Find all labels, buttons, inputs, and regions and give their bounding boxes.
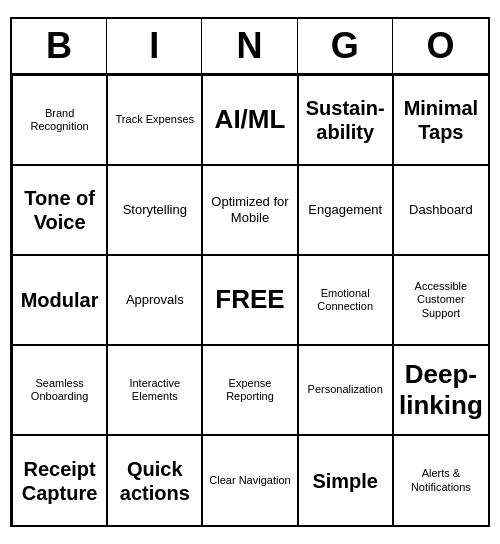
- bingo-cell-22: Clear Navigation: [202, 435, 297, 525]
- cell-text-21: Quick actions: [112, 457, 197, 505]
- header-letter-n: N: [202, 19, 297, 73]
- cell-text-4: Minimal Taps: [398, 96, 484, 144]
- cell-text-14: Accessible Customer Support: [398, 280, 484, 320]
- cell-text-11: Approvals: [126, 292, 184, 308]
- cell-text-18: Personalization: [308, 383, 383, 396]
- cell-text-10: Modular: [21, 288, 99, 312]
- cell-text-15: Seamless Onboarding: [17, 377, 102, 403]
- cell-text-7: Optimized for Mobile: [207, 194, 292, 225]
- cell-text-17: Expense Reporting: [207, 377, 292, 403]
- header-letter-o: O: [393, 19, 488, 73]
- bingo-cell-7: Optimized for Mobile: [202, 165, 297, 255]
- bingo-cell-20: Receipt Capture: [12, 435, 107, 525]
- bingo-cell-23: Simple: [298, 435, 393, 525]
- cell-text-24: Alerts & Notifications: [398, 467, 484, 493]
- bingo-cell-2: AI/ML: [202, 75, 297, 165]
- cell-text-22: Clear Navigation: [209, 474, 290, 487]
- bingo-header: BINGO: [12, 19, 488, 75]
- cell-text-3: Sustain-ability: [303, 96, 388, 144]
- bingo-cell-5: Tone of Voice: [12, 165, 107, 255]
- cell-text-2: AI/ML: [215, 104, 286, 135]
- cell-text-23: Simple: [312, 469, 378, 493]
- bingo-cell-4: Minimal Taps: [393, 75, 488, 165]
- bingo-cell-9: Dashboard: [393, 165, 488, 255]
- bingo-cell-8: Engagement: [298, 165, 393, 255]
- bingo-cell-17: Expense Reporting: [202, 345, 297, 435]
- bingo-cell-11: Approvals: [107, 255, 202, 345]
- cell-text-13: Emotional Connection: [303, 287, 388, 313]
- header-letter-b: B: [12, 19, 107, 73]
- bingo-cell-19: Deep-linking: [393, 345, 488, 435]
- bingo-cell-13: Emotional Connection: [298, 255, 393, 345]
- bingo-cell-15: Seamless Onboarding: [12, 345, 107, 435]
- header-letter-g: G: [298, 19, 393, 73]
- cell-text-0: Brand Recognition: [17, 107, 102, 133]
- cell-text-12: FREE: [215, 284, 284, 315]
- cell-text-20: Receipt Capture: [17, 457, 102, 505]
- bingo-cell-18: Personalization: [298, 345, 393, 435]
- bingo-cell-0: Brand Recognition: [12, 75, 107, 165]
- bingo-cell-14: Accessible Customer Support: [393, 255, 488, 345]
- bingo-cell-10: Modular: [12, 255, 107, 345]
- bingo-cell-12: FREE: [202, 255, 297, 345]
- cell-text-8: Engagement: [308, 202, 382, 218]
- cell-text-5: Tone of Voice: [17, 186, 102, 234]
- cell-text-16: Interactive Elements: [112, 377, 197, 403]
- bingo-cell-1: Track Expenses: [107, 75, 202, 165]
- cell-text-9: Dashboard: [409, 202, 473, 218]
- bingo-cell-6: Storytelling: [107, 165, 202, 255]
- cell-text-1: Track Expenses: [116, 113, 194, 126]
- bingo-grid: Brand RecognitionTrack ExpensesAI/MLSust…: [12, 75, 488, 525]
- bingo-cell-24: Alerts & Notifications: [393, 435, 488, 525]
- bingo-cell-3: Sustain-ability: [298, 75, 393, 165]
- bingo-cell-21: Quick actions: [107, 435, 202, 525]
- bingo-card: BINGO Brand RecognitionTrack ExpensesAI/…: [10, 17, 490, 527]
- bingo-cell-16: Interactive Elements: [107, 345, 202, 435]
- cell-text-19: Deep-linking: [398, 359, 484, 421]
- cell-text-6: Storytelling: [123, 202, 187, 218]
- header-letter-i: I: [107, 19, 202, 73]
